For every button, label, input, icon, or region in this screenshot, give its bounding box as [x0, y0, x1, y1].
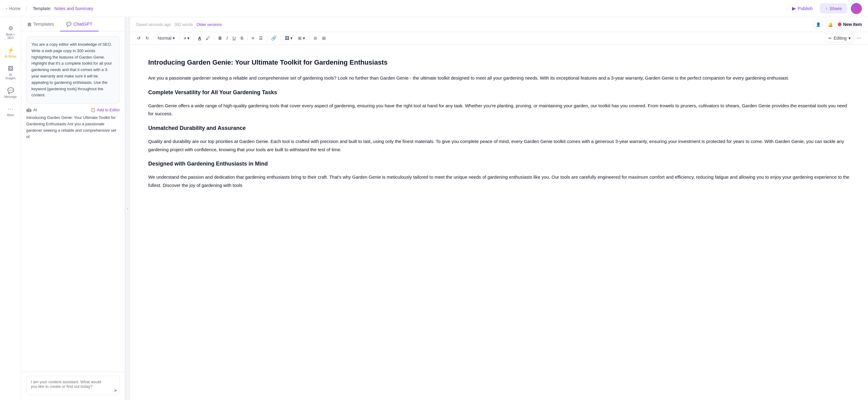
align-chevron-icon: ▾ [187, 36, 189, 40]
new-item-badge: New Item [838, 22, 862, 27]
text-style-label: Normal [158, 36, 172, 40]
undo-button[interactable]: ↺ [135, 34, 143, 42]
ai-response-text: Introducing Garden Genie: Your Ultimate … [26, 114, 120, 140]
publish-icon: ▶ [792, 5, 796, 11]
top-bar-right: ▶ Publish ↑ Share [788, 3, 862, 14]
publish-label: Publish [798, 6, 812, 11]
more-dots-icon: ··· [8, 106, 13, 112]
collapse-handle[interactable]: ‹ [125, 17, 130, 400]
clear-format-icon: ⊘ [313, 36, 317, 40]
strikethrough-icon: S [241, 36, 243, 40]
content-para-1: Are you a passionate gardener seeking a … [148, 74, 850, 82]
add-to-editor-icon: 📋 [91, 108, 95, 112]
align-icon: ≡ [184, 36, 186, 40]
chat-send-button[interactable]: ➤ [114, 388, 117, 393]
numbered-list-icon: ☰ [259, 36, 263, 40]
sidebar-item-ai-images[interactable]: 🖼 AI Images [2, 63, 20, 83]
chevron-down-icon: ▾ [173, 36, 175, 40]
content-para-2: Garden Genie offers a wide range of high… [148, 102, 850, 118]
avatar-image [851, 3, 862, 14]
editing-mode-dropdown[interactable]: ✏ Editing ▾ [825, 34, 854, 42]
toolbar-divider-4 [214, 35, 214, 41]
numbered-list-button[interactable]: ☰ [257, 34, 265, 42]
home-label: Home [9, 6, 21, 11]
collapse-arrow-icon: ‹ [127, 206, 128, 211]
avatar[interactable] [851, 3, 862, 14]
tab-chatgpt[interactable]: 💬 ChatGPT [60, 17, 98, 31]
image-icon: 🖼 [285, 36, 289, 40]
bell-icon: 🔔 [828, 22, 833, 27]
overflow-menu-button[interactable]: ⋯ [855, 34, 863, 42]
redo-button[interactable]: ↻ [143, 34, 151, 42]
editor-meta-bar: Saved seconds ago 392 words Older versio… [130, 17, 868, 32]
text-color-button[interactable]: A [196, 34, 203, 42]
text-style-dropdown[interactable]: Normal ▾ [155, 34, 177, 42]
italic-icon: I [227, 36, 228, 40]
table-chevron-icon: ▾ [303, 36, 305, 40]
ai-writer-icon: ⚡ [7, 47, 14, 54]
meta-icon-btn-1[interactable]: 👤 [813, 20, 823, 29]
link-icon: 🔗 [271, 36, 276, 40]
more-format-button[interactable]: ⊞ [320, 34, 328, 42]
content-heading-2: Unmatched Durability and Assurance [148, 124, 850, 133]
share-button[interactable]: ↑ Share [820, 3, 847, 13]
toolbar-divider-5 [247, 35, 248, 41]
ai-images-icon: 🖼 [8, 66, 13, 72]
link-button[interactable]: 🔗 [269, 34, 278, 42]
chatgpt-tab-icon: 💬 [66, 22, 71, 27]
add-to-editor-button[interactable]: 📋 Add to Editor [91, 108, 120, 112]
publish-button[interactable]: ▶ Publish [788, 4, 816, 13]
content-para-3: Quality and durability are our top prior… [148, 137, 850, 154]
brief-seo-label: Brief + SEO [4, 33, 18, 40]
chatgpt-tab-label: ChatGPT [73, 21, 92, 27]
ai-text-label: AI [33, 108, 37, 112]
image-chevron-icon: ▾ [290, 36, 292, 40]
bold-icon: B [218, 36, 221, 40]
sidebar-item-message[interactable]: 💬 Message [2, 84, 20, 102]
sidebar-item-ai-writer[interactable]: ⚡ AI Writer [2, 44, 20, 61]
chat-input-area: ➤ [21, 372, 125, 400]
bold-button[interactable]: B [216, 34, 223, 42]
top-bar-left: ‹ Home | Template: Notes and Summary [6, 6, 788, 11]
underline-button[interactable]: U [230, 34, 238, 42]
bullet-list-button[interactable]: ≡ [249, 34, 256, 42]
template-prefix: Template: [33, 6, 52, 11]
editor-toolbar: ↺ ↻ Normal ▾ ≡ ▾ A 🖊 B [130, 32, 868, 44]
ai-response-header: 🤖 AI 📋 Add to Editor [26, 107, 120, 112]
meta-icon-btn-2[interactable]: 🔔 [826, 20, 835, 29]
message-label: Message [4, 95, 17, 98]
highlight-icon: 🖊 [206, 36, 210, 40]
clear-format-button[interactable]: ⊘ [311, 34, 319, 42]
saved-status: Saved seconds ago [136, 22, 171, 27]
sidebar-more[interactable]: ··· More [5, 103, 17, 120]
highlight-button[interactable]: 🖊 [204, 34, 212, 42]
new-item-label: New Item [843, 22, 862, 27]
brief-seo-icon: ⚙ [8, 25, 13, 32]
overflow-icon: ⋯ [857, 36, 861, 40]
templates-tab-icon: ▦ [27, 22, 31, 27]
home-link[interactable]: ‹ Home [6, 6, 21, 11]
share-label: Share [830, 6, 842, 11]
ai-response-section: 🤖 AI 📋 Add to Editor Introducing Garden … [26, 107, 120, 140]
table-dropdown[interactable]: ⊞ ▾ [296, 34, 307, 42]
italic-button[interactable]: I [224, 34, 230, 42]
image-dropdown[interactable]: 🖼 ▾ [282, 34, 295, 42]
templates-tab-label: Templates [33, 21, 54, 27]
tab-templates[interactable]: ▦ Templates [21, 17, 60, 31]
toolbar-divider-8 [309, 35, 310, 41]
template-name[interactable]: Notes and Summary [54, 6, 93, 11]
left-panel: ▦ Templates 💬 ChatGPT You are a copy edi… [21, 17, 125, 400]
content-heading-3: Designed with Gardening Enthusiasts in M… [148, 159, 850, 169]
editor-content[interactable]: Introducing Garden Genie: Your Ultimate … [130, 44, 868, 400]
person-icon: 👤 [816, 22, 821, 27]
redo-icon: ↻ [146, 36, 149, 40]
strikethrough-button[interactable]: S [239, 34, 246, 42]
table-icon: ⊞ [298, 36, 302, 40]
sidebar-item-brief-seo[interactable]: ⚙ Brief + SEO [2, 22, 20, 43]
older-versions-link[interactable]: Older versions [196, 22, 222, 27]
text-color-icon: A [198, 36, 201, 40]
align-dropdown[interactable]: ≡ ▾ [181, 34, 192, 42]
toolbar-divider-2 [179, 35, 179, 41]
content-heading-1: Complete Versatility for All Your Garden… [148, 88, 850, 97]
chat-input[interactable] [26, 376, 120, 395]
